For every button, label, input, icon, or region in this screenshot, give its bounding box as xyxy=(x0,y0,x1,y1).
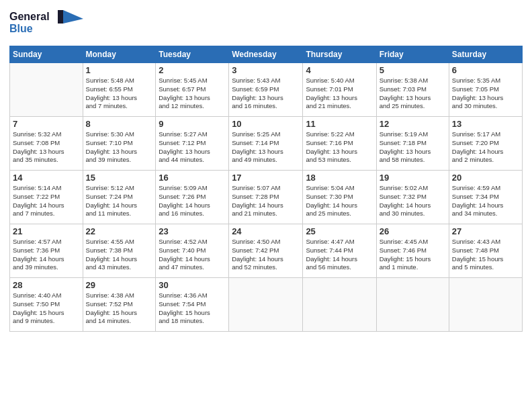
calendar-cell: 20Sunrise: 4:59 AMSunset: 7:34 PMDayligh… xyxy=(449,171,522,224)
calendar-cell: 24Sunrise: 4:50 AMSunset: 7:42 PMDayligh… xyxy=(229,224,303,278)
day-info: Sunrise: 4:52 AMSunset: 7:40 PMDaylight:… xyxy=(159,238,226,272)
logo: General Blue xyxy=(9,7,83,39)
calendar-cell: 8Sunrise: 5:30 AMSunset: 7:10 PMDaylight… xyxy=(83,117,156,171)
day-number: 4 xyxy=(306,65,373,75)
day-info: Sunrise: 5:12 AMSunset: 7:24 PMDaylight:… xyxy=(86,184,153,218)
logo-text: General Blue xyxy=(9,7,83,39)
day-info: Sunrise: 5:30 AMSunset: 7:10 PMDaylight:… xyxy=(86,130,153,165)
calendar-cell: 21Sunrise: 4:57 AMSunset: 7:36 PMDayligh… xyxy=(10,224,83,278)
day-info: Sunrise: 5:07 AMSunset: 7:28 PMDaylight:… xyxy=(232,184,300,218)
day-info: Sunrise: 4:59 AMSunset: 7:34 PMDaylight:… xyxy=(452,184,519,218)
day-number: 10 xyxy=(232,119,300,129)
calendar-cell: 25Sunrise: 4:47 AMSunset: 7:44 PMDayligh… xyxy=(303,224,376,278)
day-number: 29 xyxy=(86,280,153,290)
weekday-header-saturday: Saturday xyxy=(449,46,522,63)
day-number: 9 xyxy=(159,119,226,129)
weekday-header-friday: Friday xyxy=(376,46,449,63)
calendar-cell: 5Sunrise: 5:38 AMSunset: 7:03 PMDaylight… xyxy=(376,63,449,117)
day-info: Sunrise: 5:38 AMSunset: 7:03 PMDaylight:… xyxy=(380,77,446,111)
day-info: Sunrise: 4:47 AMSunset: 7:44 PMDaylight:… xyxy=(306,238,373,272)
calendar-cell xyxy=(449,278,522,332)
weekday-header-tuesday: Tuesday xyxy=(156,46,229,63)
day-number: 26 xyxy=(380,226,446,236)
calendar-cell xyxy=(10,63,83,117)
day-info: Sunrise: 4:57 AMSunset: 7:36 PMDaylight:… xyxy=(13,238,80,272)
day-number: 20 xyxy=(452,173,519,183)
day-number: 18 xyxy=(306,173,373,183)
calendar-cell: 9Sunrise: 5:27 AMSunset: 7:12 PMDaylight… xyxy=(156,117,229,171)
calendar-cell: 1Sunrise: 5:48 AMSunset: 6:55 PMDaylight… xyxy=(83,63,156,117)
svg-text:Blue: Blue xyxy=(9,23,33,34)
calendar-cell: 3Sunrise: 5:43 AMSunset: 6:59 PMDaylight… xyxy=(229,63,303,117)
day-info: Sunrise: 5:04 AMSunset: 7:30 PMDaylight:… xyxy=(306,184,373,218)
day-info: Sunrise: 5:17 AMSunset: 7:20 PMDaylight:… xyxy=(452,130,519,165)
day-number: 24 xyxy=(232,226,300,236)
calendar-cell: 29Sunrise: 4:38 AMSunset: 7:52 PMDayligh… xyxy=(83,278,156,332)
day-info: Sunrise: 4:38 AMSunset: 7:52 PMDaylight:… xyxy=(86,291,153,326)
day-number: 23 xyxy=(159,226,226,236)
calendar-cell: 16Sunrise: 5:09 AMSunset: 7:26 PMDayligh… xyxy=(156,171,229,224)
day-info: Sunrise: 4:43 AMSunset: 7:48 PMDaylight:… xyxy=(452,238,519,272)
day-info: Sunrise: 4:40 AMSunset: 7:50 PMDaylight:… xyxy=(13,291,80,326)
day-number: 15 xyxy=(86,173,153,183)
calendar-cell: 22Sunrise: 4:55 AMSunset: 7:38 PMDayligh… xyxy=(83,224,156,278)
day-number: 19 xyxy=(380,173,446,183)
day-number: 22 xyxy=(86,226,153,236)
week-row-2: 7Sunrise: 5:32 AMSunset: 7:08 PMDaylight… xyxy=(10,117,523,171)
weekday-header-monday: Monday xyxy=(83,46,156,63)
day-number: 2 xyxy=(159,65,226,75)
day-info: Sunrise: 4:45 AMSunset: 7:46 PMDaylight:… xyxy=(380,238,446,272)
calendar-cell: 12Sunrise: 5:19 AMSunset: 7:18 PMDayligh… xyxy=(376,117,449,171)
calendar-cell: 23Sunrise: 4:52 AMSunset: 7:40 PMDayligh… xyxy=(156,224,229,278)
day-info: Sunrise: 5:27 AMSunset: 7:12 PMDaylight:… xyxy=(159,130,226,165)
day-number: 25 xyxy=(306,226,373,236)
svg-marker-2 xyxy=(63,10,83,24)
day-number: 30 xyxy=(159,280,226,290)
calendar-cell: 18Sunrise: 5:04 AMSunset: 7:30 PMDayligh… xyxy=(303,171,376,224)
day-number: 12 xyxy=(380,119,446,129)
day-number: 17 xyxy=(232,173,300,183)
day-number: 7 xyxy=(13,119,80,129)
weekday-header-wednesday: Wednesday xyxy=(229,46,303,63)
weekday-header-thursday: Thursday xyxy=(303,46,376,63)
calendar-cell: 6Sunrise: 5:35 AMSunset: 7:05 PMDaylight… xyxy=(449,63,522,117)
calendar-cell: 11Sunrise: 5:22 AMSunset: 7:16 PMDayligh… xyxy=(303,117,376,171)
calendar-cell: 19Sunrise: 5:02 AMSunset: 7:32 PMDayligh… xyxy=(376,171,449,224)
weekday-header-sunday: Sunday xyxy=(10,46,83,63)
page-header: General Blue xyxy=(9,7,523,39)
day-info: Sunrise: 5:35 AMSunset: 7:05 PMDaylight:… xyxy=(452,77,519,111)
day-info: Sunrise: 5:02 AMSunset: 7:32 PMDaylight:… xyxy=(380,184,446,218)
day-info: Sunrise: 5:14 AMSunset: 7:22 PMDaylight:… xyxy=(13,184,80,218)
calendar-cell xyxy=(229,278,303,332)
calendar-cell: 14Sunrise: 5:14 AMSunset: 7:22 PMDayligh… xyxy=(10,171,83,224)
weekday-header-row: SundayMondayTuesdayWednesdayThursdayFrid… xyxy=(10,46,523,63)
day-number: 14 xyxy=(13,173,80,183)
day-info: Sunrise: 5:45 AMSunset: 6:57 PMDaylight:… xyxy=(159,77,226,111)
day-number: 11 xyxy=(306,119,373,129)
day-info: Sunrise: 5:48 AMSunset: 6:55 PMDaylight:… xyxy=(86,77,153,111)
calendar-cell xyxy=(376,278,449,332)
page-container: General Blue SundayMondayTuesdayWednesda… xyxy=(0,0,532,338)
week-row-5: 28Sunrise: 4:40 AMSunset: 7:50 PMDayligh… xyxy=(10,278,523,332)
day-info: Sunrise: 5:19 AMSunset: 7:18 PMDaylight:… xyxy=(380,130,446,165)
day-number: 27 xyxy=(452,226,519,236)
calendar-cell: 26Sunrise: 4:45 AMSunset: 7:46 PMDayligh… xyxy=(376,224,449,278)
svg-text:General: General xyxy=(9,11,50,22)
day-info: Sunrise: 5:22 AMSunset: 7:16 PMDaylight:… xyxy=(306,130,373,165)
week-row-4: 21Sunrise: 4:57 AMSunset: 7:36 PMDayligh… xyxy=(10,224,523,278)
day-info: Sunrise: 5:09 AMSunset: 7:26 PMDaylight:… xyxy=(159,184,226,218)
calendar-cell: 28Sunrise: 4:40 AMSunset: 7:50 PMDayligh… xyxy=(10,278,83,332)
calendar-cell: 13Sunrise: 5:17 AMSunset: 7:20 PMDayligh… xyxy=(449,117,522,171)
week-row-1: 1Sunrise: 5:48 AMSunset: 6:55 PMDaylight… xyxy=(10,63,523,117)
calendar-table: SundayMondayTuesdayWednesdayThursdayFrid… xyxy=(9,46,523,332)
calendar-cell: 4Sunrise: 5:40 AMSunset: 7:01 PMDaylight… xyxy=(303,63,376,117)
day-number: 16 xyxy=(159,173,226,183)
day-info: Sunrise: 4:55 AMSunset: 7:38 PMDaylight:… xyxy=(86,238,153,272)
calendar-cell xyxy=(303,278,376,332)
day-info: Sunrise: 5:43 AMSunset: 6:59 PMDaylight:… xyxy=(232,77,300,111)
day-number: 6 xyxy=(452,65,519,75)
day-info: Sunrise: 5:32 AMSunset: 7:08 PMDaylight:… xyxy=(13,130,80,165)
day-number: 3 xyxy=(232,65,300,75)
calendar-cell: 17Sunrise: 5:07 AMSunset: 7:28 PMDayligh… xyxy=(229,171,303,224)
day-number: 1 xyxy=(86,65,153,75)
